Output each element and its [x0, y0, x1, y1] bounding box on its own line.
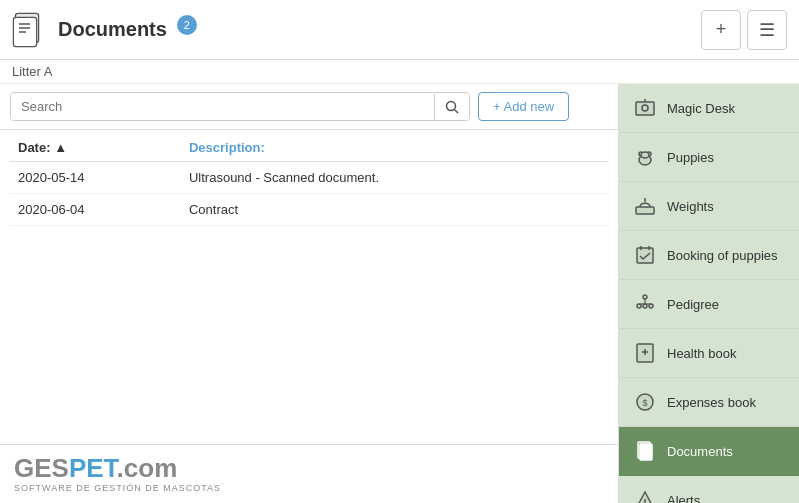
svg-point-21: [637, 304, 641, 308]
logo-area: GESPET.com SOFTWARE DE GESTIÓN DE MASCOT…: [0, 444, 618, 503]
sidebar-label-weights: Weights: [667, 199, 714, 214]
pedigree-icon: [633, 292, 657, 316]
puppies-icon: [633, 145, 657, 169]
table-row[interactable]: 2020-06-04 Contract: [10, 194, 608, 226]
sidebar-label-puppies: Puppies: [667, 150, 714, 165]
search-input[interactable]: [11, 93, 434, 120]
search-button[interactable]: [434, 94, 469, 120]
litter-label: Litter A: [12, 64, 52, 79]
sidebar-item-puppies[interactable]: Puppies: [619, 133, 799, 182]
svg-rect-17: [637, 248, 653, 263]
svg-text:$: $: [642, 398, 647, 408]
svg-point-7: [447, 101, 456, 110]
menu-button[interactable]: ☰: [747, 10, 787, 50]
add-button[interactable]: +: [701, 10, 741, 50]
documents-icon: [633, 439, 657, 463]
sidebar-label-pedigree: Pedigree: [667, 297, 719, 312]
expenses-book-icon: $: [633, 390, 657, 414]
health-book-icon: [633, 341, 657, 365]
col-header-date[interactable]: Date: ▲: [10, 130, 181, 162]
logo-ges: GES: [14, 453, 69, 483]
sidebar-label-magic-desk: Magic Desk: [667, 101, 735, 116]
header-buttons: + ☰: [701, 10, 787, 50]
col-header-description: Description:: [181, 130, 608, 162]
page-title: Documents: [58, 18, 167, 41]
sidebar-item-documents[interactable]: Documents: [619, 427, 799, 476]
alerts-icon: [633, 488, 657, 503]
header: Documents 2 + ☰: [0, 0, 799, 60]
magic-desk-icon: [633, 96, 657, 120]
sidebar-item-health-book[interactable]: Health book: [619, 329, 799, 378]
content-area: + Add new Date: ▲ Description: 2020-05-1…: [0, 84, 619, 503]
documents-header-icon: [12, 12, 48, 48]
logo-sub: SOFTWARE DE GESTIÓN DE MASCOTAS: [14, 483, 604, 493]
toolbar: + Add new: [0, 84, 618, 130]
weights-icon: [633, 194, 657, 218]
sidebar-item-expenses-book[interactable]: $ Expenses book: [619, 378, 799, 427]
sidebar-item-weights[interactable]: Weights: [619, 182, 799, 231]
logo: GESPET.com: [14, 455, 604, 481]
documents-table: Date: ▲ Description: 2020-05-14 Ultrasou…: [10, 130, 608, 226]
svg-rect-9: [636, 102, 654, 115]
table-row[interactable]: 2020-05-14 Ultrasound - Scanned document…: [10, 162, 608, 194]
row-date: 2020-06-04: [10, 194, 181, 226]
sidebar-label-health-book: Health book: [667, 346, 736, 361]
sidebar-label-documents: Documents: [667, 444, 733, 459]
logo-pet: PET: [69, 453, 117, 483]
badge-count: 2: [177, 15, 197, 35]
row-date: 2020-05-14: [10, 162, 181, 194]
svg-point-14: [641, 152, 649, 158]
subheader: Litter A: [0, 60, 799, 84]
booking-icon: [633, 243, 657, 267]
sidebar-item-magic-desk[interactable]: Magic Desk: [619, 84, 799, 133]
add-new-button[interactable]: + Add new: [478, 92, 569, 121]
table-area: Date: ▲ Description: 2020-05-14 Ultrasou…: [0, 130, 618, 444]
sidebar-item-pedigree[interactable]: Pedigree: [619, 280, 799, 329]
logo-com: .com: [117, 453, 178, 483]
row-description: Contract: [181, 194, 608, 226]
svg-rect-15: [636, 207, 654, 214]
svg-line-8: [455, 109, 459, 113]
sidebar-item-booking-of-puppies[interactable]: Booking of puppies: [619, 231, 799, 280]
sidebar: Magic Desk Puppies Weights Booking of pu…: [619, 84, 799, 503]
row-description: Ultrasound - Scanned document.: [181, 162, 608, 194]
svg-point-23: [649, 304, 653, 308]
svg-point-22: [643, 304, 647, 308]
sidebar-label-expenses-book: Expenses book: [667, 395, 756, 410]
sidebar-label-alerts: Alerts: [667, 493, 700, 504]
header-left: Documents 2: [12, 12, 197, 48]
main: + Add new Date: ▲ Description: 2020-05-1…: [0, 84, 799, 503]
svg-point-20: [643, 295, 647, 299]
sidebar-item-alerts[interactable]: Alerts: [619, 476, 799, 503]
search-wrap: [10, 92, 470, 121]
sidebar-label-booking-of-puppies: Booking of puppies: [667, 248, 778, 263]
